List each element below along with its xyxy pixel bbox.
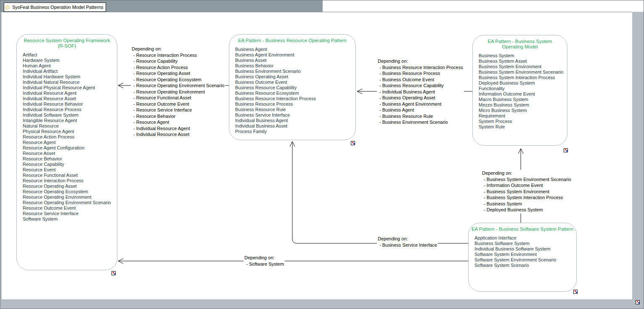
node-list-item: Resource Operating Environment (23, 194, 117, 200)
node-item-list: Application InterfaceBusiness Software S… (469, 235, 576, 268)
dependency-item-list: - Business Resource Interaction Process-… (378, 64, 463, 125)
node-list-item: Resource Operating Environment Scenario (23, 200, 117, 205)
dependency-item: - Resource Interaction Process (132, 52, 224, 59)
node-list-item: Business System (479, 53, 567, 59)
node-list-item: Resource Behavior (23, 156, 117, 162)
node-list-item: Business Resource Process (235, 101, 355, 107)
arrow-bottom-to-center[interactable] (292, 141, 468, 243)
dependency-item: - Resource Behavior (132, 113, 224, 120)
dependency-item: - Resource Operating Asset (132, 70, 224, 77)
node-list-item: Deployed Business System (479, 80, 567, 86)
pattern-marker-icon[interactable] (351, 141, 355, 145)
node-list-item: Business System Asset (479, 59, 567, 64)
node-list-item: Individual Resource Asset (23, 96, 117, 101)
node-list-item: Physical Resource Agent (23, 129, 117, 134)
node-resource-system-operating-framework[interactable]: Resource System Operating Framework (R-S… (16, 34, 117, 270)
node-list-item: Business System Environment (479, 64, 567, 69)
node-business-software-system-pattern[interactable]: EA Pattern - Business Software System Pa… (468, 223, 577, 292)
node-item-list: ArtifactHardware SystemHuman AgentIndivi… (17, 52, 117, 222)
node-list-item: Individual Software System (23, 112, 117, 118)
dependency-heading: Depending on: (244, 255, 284, 261)
dependency-item-list: - Software System (244, 261, 284, 267)
node-list-item: Functionality (479, 86, 567, 91)
pattern-marker-icon[interactable] (636, 300, 640, 304)
dependency-item: - Business Resource Interaction Process (378, 64, 463, 71)
node-list-item: Business Resource Capability (235, 85, 355, 91)
node-list-item: Business Resource Ecosystem (235, 91, 355, 96)
dependency-item: - Deployed Business System (482, 207, 571, 213)
dependency-item-list: - Resource Interaction Process- Resource… (132, 52, 224, 138)
node-list-item: System Rule (479, 124, 567, 130)
dependency-item: - Business System Interaction Process (482, 194, 571, 201)
dependency-item: - Individual Resource Agent (132, 125, 224, 132)
node-list-item: Resource Action Process (23, 134, 117, 140)
dependency-item: - Resource Functional Asset (132, 95, 224, 101)
node-list-item: Individual Natural Resource (23, 80, 117, 85)
dependency-item: - Business Operating Asset (378, 95, 463, 101)
dependency-item: - Resource Operating Environment (132, 89, 224, 95)
node-list-item: Business Software System (474, 241, 576, 246)
node-list-item: Resource Outcome Event (23, 205, 117, 211)
dependency-item: - Business Resource Capability (378, 83, 463, 89)
dependency-item: - Business System Environment (482, 189, 571, 195)
node-list-item: Application Interface (474, 235, 576, 241)
dependency-item: - Business Outcome Event (378, 77, 463, 83)
node-business-system-operating-model[interactable]: EA Pattern - Business System Operating M… (472, 35, 567, 146)
node-list-item: Resource Operating Ecosystem (23, 189, 117, 194)
node-list-item: Resource Operating Asset (23, 184, 117, 189)
dependency-label-bottom-to-left[interactable]: Depending on: - Software System (244, 254, 285, 267)
node-list-item: Business System Environment Sxcenario (479, 69, 567, 75)
node-list-item: Process Family (235, 129, 355, 134)
node-business-resource-operating-pattern[interactable]: EA Pattern - Business Resource Operating… (229, 34, 356, 140)
node-list-item: Macro Business System (479, 97, 567, 102)
node-list-item: Software System Environment (474, 252, 576, 257)
pattern-marker-icon[interactable] (573, 290, 578, 294)
dependency-heading: Depending on: (132, 46, 224, 52)
node-list-item: Software System Environment Scenario (474, 257, 576, 263)
dependency-item: - Business Agent Environment (378, 101, 463, 107)
node-list-item: Individual Hardware System (23, 74, 117, 80)
node-title: EA Pattern - Business Software System Pa… (469, 226, 576, 232)
dependency-heading: Depending on: (378, 58, 463, 64)
node-list-item: Individual Business Asset (235, 123, 355, 129)
dependency-item: - Business System (482, 201, 571, 207)
diagram-title-tab[interactable]: SysFeat Business Operation Model Pattern… (4, 3, 106, 12)
node-item-list: Business SystemBusiness System AssetBusi… (473, 53, 567, 130)
node-list-item: System Process (479, 119, 567, 124)
dependency-label-center-to-left[interactable]: Depending on: - Resource Interaction Pro… (131, 45, 225, 138)
dependency-item: - Resource Capability (132, 58, 224, 64)
dependency-item: - Resource Action Process (132, 64, 224, 71)
node-list-item: Software System (23, 216, 117, 222)
node-list-item: Resource Capability (23, 162, 117, 167)
node-list-item: Natural Resource (23, 123, 117, 129)
dependency-label-bottom-to-right[interactable]: Depending on: - Business System Environm… (481, 170, 572, 213)
node-list-item: Individual Business Agent (235, 118, 355, 123)
dependency-item: - Individual Resource Asset (132, 131, 224, 138)
pattern-marker-icon[interactable] (111, 271, 116, 275)
dependency-item-list: - Business System Environment Sxcenario-… (482, 176, 571, 213)
dependency-item: - Resource Outcome Event (132, 101, 224, 107)
pattern-marker-icon[interactable] (564, 148, 568, 152)
node-list-item: Resource Functional Asset (23, 173, 117, 178)
node-list-item: Software System Scenario (474, 263, 576, 268)
node-list-item: Resource Event (23, 167, 117, 173)
node-list-item: Information Outcome Event (479, 91, 567, 97)
dependency-item-list: - Business Service Interface (378, 242, 437, 248)
node-list-item: Individual Resource Agent (23, 91, 117, 96)
node-list-item: Individual Artifact (23, 69, 117, 74)
node-list-item: Business Service Interface (235, 112, 355, 118)
node-list-item: Business Agent (235, 47, 355, 52)
diagram-icon (5, 5, 10, 10)
node-list-item: Human Agent (23, 63, 117, 69)
dependency-item: - Business Resource Rule (378, 113, 463, 120)
dependency-item: - Information Outcome Event (482, 182, 571, 189)
node-list-item: Business Agent Environment (235, 52, 355, 58)
dependency-label-right-to-center[interactable]: Depending on: - Business Resource Intera… (377, 58, 464, 126)
node-item-list: Business AgentBusiness Agent Environment… (229, 47, 355, 134)
diagram-window: SysFeat Business Operation Model Pattern… (0, 0, 644, 309)
diagram-title: SysFeat Business Operation Model Pattern… (12, 5, 103, 10)
dependency-item: - Business Environment Scenario (378, 119, 463, 125)
node-list-item: Business Environment Scenario (235, 69, 355, 74)
node-list-item: Business Resource Rule (235, 107, 355, 112)
dependency-label-bottom-to-center[interactable]: Depending on: - Business Service Interfa… (377, 235, 438, 248)
